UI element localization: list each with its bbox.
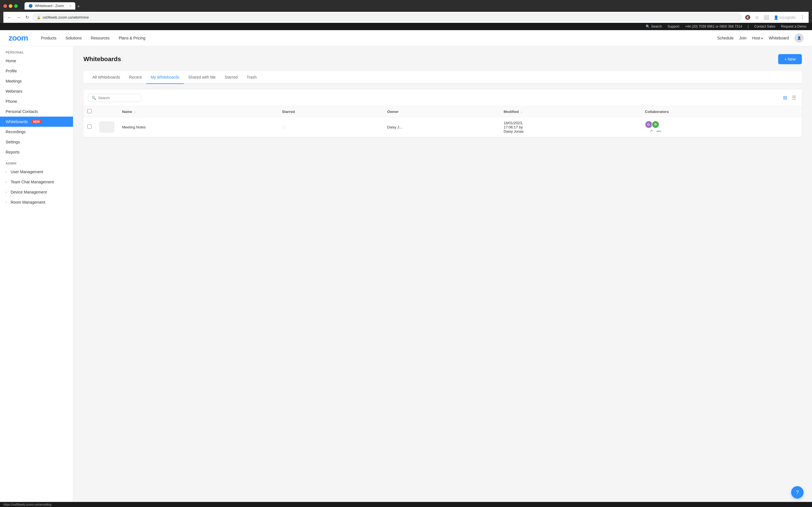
user-avatar[interactable]: 👤 <box>795 34 804 43</box>
collaborator-avatars: D. R <box>645 121 798 128</box>
close-window-button[interactable] <box>3 4 7 8</box>
sidebar-item-phone[interactable]: Phone <box>0 96 73 107</box>
whiteboard-preview-thumbnail[interactable] <box>100 122 114 132</box>
modified-sort-icon: ↓ <box>521 110 522 114</box>
browser-nav: ← → ↻ 🔒 us06web.zoom.us/wb#/mine 🔇 ☆ ⬜ 👤… <box>3 12 809 23</box>
share-icon-button[interactable]: ↗ <box>649 128 653 133</box>
name-column-header[interactable]: Name ↓ <box>118 106 278 117</box>
new-whiteboard-button[interactable]: + New <box>778 54 802 64</box>
tab-favicon: 🔵 <box>29 4 33 8</box>
sidebar-item-webinars[interactable]: Webinars <box>0 86 73 96</box>
sidebar-item-contacts[interactable]: Personal Contacts <box>0 107 73 117</box>
nav-resources[interactable]: Resources <box>86 34 114 43</box>
incognito-label: 👤 Incognito <box>774 15 796 20</box>
more-options-icon[interactable]: ⋮ <box>799 13 806 21</box>
whiteboard-tabs: All Whiteboards Recent My Whiteboards Sh… <box>84 71 802 84</box>
contacts-label: Personal Contacts <box>6 109 38 114</box>
sidebar-item-team-chat[interactable]: › Team Chat Management <box>0 177 73 187</box>
nav-right: Schedule Join Host ▾ Whiteboard 👤 <box>717 34 804 43</box>
minimize-window-button[interactable] <box>9 4 12 8</box>
nav-products[interactable]: Products <box>36 34 61 43</box>
webinars-label: Webinars <box>6 89 22 94</box>
bookmark-icon[interactable]: ☆ <box>754 13 760 21</box>
host-dropdown-icon: ▾ <box>761 37 763 40</box>
top-search-button[interactable]: 🔍 Search <box>646 24 662 29</box>
sidebar-item-reports[interactable]: Reports <box>0 147 73 157</box>
modified-column-header[interactable]: Modified ↓ <box>500 106 641 117</box>
reports-label: Reports <box>6 150 19 154</box>
sidebar-item-device-management[interactable]: › Device Management <box>0 187 73 197</box>
tab-my-whiteboards[interactable]: My Whiteboards <box>146 71 184 84</box>
extension-icon[interactable]: ⬜ <box>762 13 770 21</box>
nav-solutions[interactable]: Solutions <box>61 34 86 43</box>
tab-shared-with-me[interactable]: Shared with Me <box>184 71 220 84</box>
row-owner-cell: Daisy J... <box>383 117 500 137</box>
lock-icon: 🔒 <box>37 15 41 19</box>
sidebar-item-settings[interactable]: Settings <box>0 137 73 147</box>
main-content: Whiteboards + New All Whiteboards Recent… <box>73 46 812 507</box>
sidebar-item-profile[interactable]: Profile <box>0 66 73 76</box>
star-icon[interactable]: ☆ <box>282 125 286 129</box>
row-preview-cell <box>96 117 118 137</box>
device-management-chevron: › <box>6 190 7 194</box>
room-management-chevron: › <box>6 201 7 204</box>
tab-close-button[interactable]: × <box>70 4 71 8</box>
sidebar-item-whiteboards[interactable]: Whiteboards NEW <box>0 117 73 127</box>
maximize-window-button[interactable] <box>14 4 18 8</box>
device-management-label: Device Management <box>11 190 47 194</box>
reload-button[interactable]: ↻ <box>24 13 30 21</box>
whiteboard-name[interactable]: Meeting Notes <box>122 125 146 129</box>
more-actions-button[interactable]: ••• <box>656 129 661 133</box>
recordings-label: Recordings <box>6 129 26 134</box>
whiteboards-label: Whiteboards <box>6 119 28 124</box>
whiteboard-table: Name ↓ Starred Owner Modified ↓ Collabor… <box>84 106 802 137</box>
nav-join[interactable]: Join <box>739 36 747 40</box>
active-tab[interactable]: 🔵 Whiteboard - Zoom × <box>24 2 75 10</box>
row-select-checkbox[interactable] <box>87 124 92 129</box>
list-view-button[interactable]: ☰ <box>791 94 797 102</box>
zoom-logo[interactable]: zoom <box>8 34 28 43</box>
account-icon[interactable]: 👤 Incognito <box>772 14 797 21</box>
separator: | <box>748 24 749 29</box>
page-title: Whiteboards <box>84 55 121 63</box>
name-sort-icon: ↓ <box>134 110 136 114</box>
support-float-button[interactable]: ? <box>791 486 804 499</box>
tab-trash[interactable]: Trash <box>242 71 261 84</box>
select-all-checkbox[interactable] <box>87 109 92 113</box>
search-icon: 🔍 <box>646 24 650 29</box>
sidebar: PERSONAL Home Profile Meetings Webinars … <box>0 46 73 507</box>
table-toolbar: 🔍 ⊞ ☰ <box>84 90 802 106</box>
back-button[interactable]: ← <box>6 14 13 21</box>
address-bar[interactable]: 🔒 us06web.zoom.us/wb#/mine <box>33 13 742 21</box>
status-bar: https://us06web.zoom.us/recording <box>0 502 812 507</box>
nav-whiteboard[interactable]: Whiteboard <box>769 36 789 40</box>
sidebar-item-room-management[interactable]: › Room Management <box>0 197 73 207</box>
phone-number: +44 (20) 7039 8961 or 0800 368 7314 <box>685 24 742 29</box>
search-input-wrap[interactable]: 🔍 <box>88 94 141 102</box>
mute-icon[interactable]: 🔇 <box>744 13 752 21</box>
sidebar-item-recordings[interactable]: Recordings <box>0 127 73 137</box>
nav-host[interactable]: Host ▾ <box>752 36 763 40</box>
view-toggles: ⊞ ☰ <box>782 94 797 102</box>
search-input[interactable] <box>98 96 138 100</box>
nav-schedule[interactable]: Schedule <box>717 36 733 40</box>
home-label: Home <box>6 59 16 63</box>
contact-sales-link[interactable]: Contact Sales <box>754 24 775 29</box>
tab-starred[interactable]: Starred <box>220 71 242 84</box>
sidebar-item-user-management[interactable]: › User Management <box>0 167 73 177</box>
forward-button[interactable]: → <box>15 14 22 21</box>
traffic-lights <box>3 4 18 8</box>
support-link[interactable]: Support <box>668 24 679 29</box>
tab-all-whiteboards[interactable]: All Whiteboards <box>88 71 124 84</box>
main-nav-links: Products Solutions Resources Plans & Pri… <box>36 34 150 43</box>
new-tab-button[interactable]: + <box>77 4 80 10</box>
grid-view-button[interactable]: ⊞ <box>782 94 788 102</box>
request-demo-link[interactable]: Request a Demo <box>781 24 806 29</box>
starred-column-header: Starred <box>278 106 383 117</box>
page-header: Whiteboards + New <box>84 54 802 64</box>
status-url: https://us06web.zoom.us/recording <box>3 503 52 506</box>
sidebar-item-meetings[interactable]: Meetings <box>0 76 73 86</box>
nav-pricing[interactable]: Plans & Pricing <box>114 34 150 43</box>
tab-recent[interactable]: Recent <box>124 71 146 84</box>
sidebar-item-home[interactable]: Home <box>0 56 73 66</box>
